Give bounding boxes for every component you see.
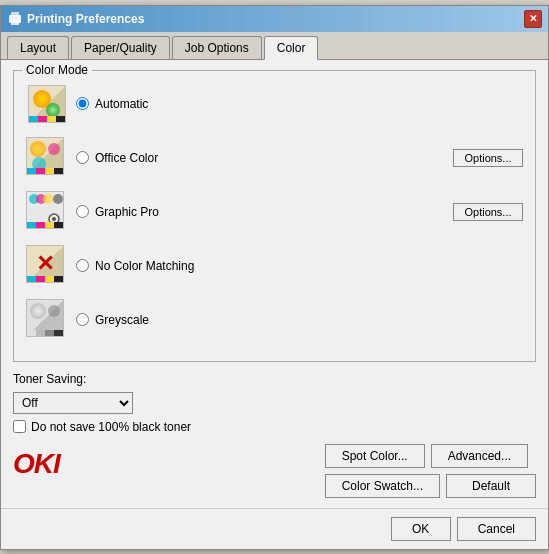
advanced-button[interactable]: Advanced...	[431, 444, 528, 468]
office-color-options-button[interactable]: Options...	[453, 149, 523, 167]
flower-shape	[46, 103, 60, 117]
automatic-label[interactable]: Automatic	[76, 97, 523, 111]
tab-bar: Layout Paper/Quality Job Options Color	[1, 32, 548, 60]
no-color-matching-label[interactable]: No Color Matching	[76, 259, 523, 273]
right-buttons: Spot Color... Advanced... Color Swatch..…	[325, 444, 536, 498]
svg-point-4	[52, 217, 56, 221]
spot-color-button[interactable]: Spot Color...	[325, 444, 425, 468]
bottom-area: OKI Spot Color... Advanced... Color Swat…	[13, 444, 536, 498]
office-color-label[interactable]: Office Color	[76, 151, 445, 165]
black-toner-label: Do not save 100% black toner	[31, 420, 191, 434]
tab-job-options[interactable]: Job Options	[172, 36, 262, 59]
svg-rect-2	[11, 20, 19, 25]
office-color-icon	[26, 137, 68, 179]
black-toner-checkbox[interactable]	[13, 420, 26, 433]
graphic-pro-icon	[26, 191, 68, 233]
color-mode-title: Color Mode	[22, 63, 92, 77]
graphic-pro-label[interactable]: Graphic Pro	[76, 205, 445, 219]
title-bar: Printing Preferences ✕	[1, 6, 548, 32]
toner-saving-select[interactable]: Off Low Medium High	[13, 392, 133, 414]
color-mode-group: Color Mode A	[13, 70, 536, 362]
top-buttons-row: Spot Color... Advanced...	[325, 444, 536, 468]
no-color-matching-radio[interactable]	[76, 259, 89, 272]
color-swatch-button[interactable]: Color Swatch...	[325, 474, 440, 498]
svg-rect-1	[11, 12, 19, 16]
greyscale-icon	[26, 299, 68, 341]
graphic-pro-options-button[interactable]: Options...	[453, 203, 523, 221]
toner-saving-label: Toner Saving:	[13, 372, 86, 386]
greyscale-radio[interactable]	[76, 313, 89, 326]
content-area: Color Mode A	[1, 60, 548, 508]
graphic-pro-option: Graphic Pro Options...	[26, 187, 523, 237]
ok-button[interactable]: OK	[391, 517, 451, 541]
printer-icon	[7, 11, 23, 27]
automatic-option: Automatic	[26, 79, 523, 129]
window-title: Printing Preferences	[27, 12, 144, 26]
black-toner-checkbox-row: Do not save 100% black toner	[13, 420, 536, 434]
greyscale-option: Greyscale	[26, 295, 523, 345]
title-bar-left: Printing Preferences	[7, 11, 144, 27]
no-color-matching-option: ✕ No Color Matching	[26, 241, 523, 291]
tab-color[interactable]: Color	[264, 36, 319, 60]
dialog-footer: OK Cancel	[1, 508, 548, 549]
color-stripe	[29, 116, 65, 122]
cancel-button[interactable]: Cancel	[457, 517, 536, 541]
no-color-matching-icon: ✕	[26, 245, 68, 287]
office-color-option: Office Color Options...	[26, 133, 523, 183]
graphic-pro-radio[interactable]	[76, 205, 89, 218]
office-color-radio[interactable]	[76, 151, 89, 164]
bottom-buttons-row: Color Swatch... Default	[325, 474, 536, 498]
default-button[interactable]: Default	[446, 474, 536, 498]
close-button[interactable]: ✕	[524, 10, 542, 28]
automatic-icon	[26, 83, 68, 125]
toner-saving-row: Toner Saving:	[13, 372, 536, 386]
greyscale-label[interactable]: Greyscale	[76, 313, 523, 327]
automatic-radio[interactable]	[76, 97, 89, 110]
tab-paper-quality[interactable]: Paper/Quality	[71, 36, 170, 59]
tab-layout[interactable]: Layout	[7, 36, 69, 59]
printing-preferences-window: Printing Preferences ✕ Layout Paper/Qual…	[0, 5, 549, 550]
oki-logo: OKI	[13, 448, 60, 480]
